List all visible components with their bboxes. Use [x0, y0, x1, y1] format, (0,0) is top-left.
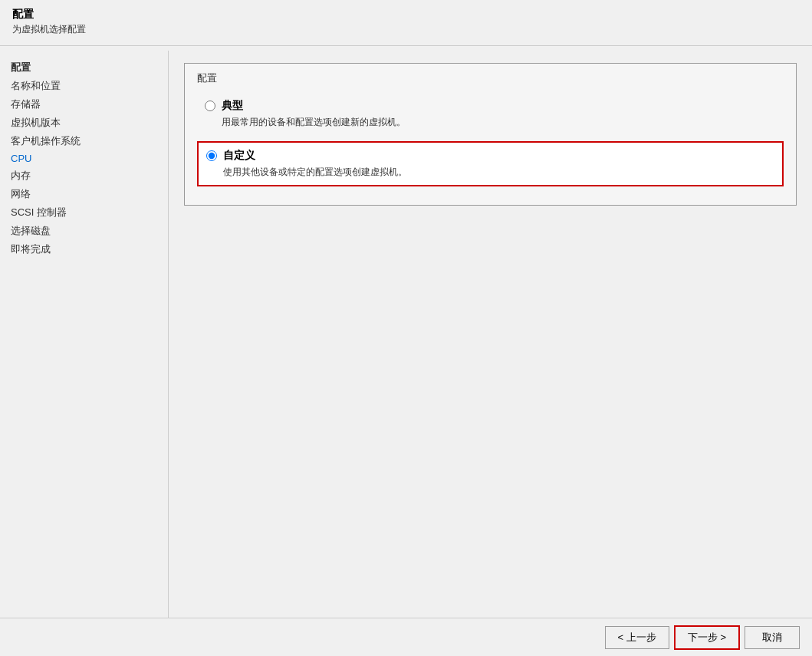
radio-typical[interactable]: [205, 101, 215, 111]
config-group-title: 配置: [197, 71, 784, 85]
main-panel: 配置 典型 用最常用的设备和配置选项创建新的虚拟机。 自定义 使用其他设备或特定…: [169, 51, 812, 618]
sidebar-item-memory[interactable]: 内存: [11, 166, 157, 185]
page-subtitle: 为虚拟机选择配置: [12, 23, 800, 36]
wizard-window: 配置 为虚拟机选择配置 配置 名称和位置 存储器 虚拟机版本 客户机操作系统 C…: [0, 0, 812, 656]
title-bar: 配置 为虚拟机选择配置: [0, 0, 812, 41]
sidebar-item-vm-version[interactable]: 虚拟机版本: [11, 114, 157, 132]
sidebar-item-config[interactable]: 配置: [11, 58, 157, 77]
sidebar-item-cpu[interactable]: CPU: [11, 150, 157, 166]
option-typical-content: 典型 用最常用的设备和配置选项创建新的虚拟机。: [222, 99, 406, 129]
prev-button[interactable]: < 上一步: [605, 626, 669, 649]
sidebar-item-network[interactable]: 网络: [11, 185, 157, 203]
option-typical-desc: 用最常用的设备和配置选项创建新的虚拟机。: [222, 116, 406, 129]
config-group: 配置 典型 用最常用的设备和配置选项创建新的虚拟机。 自定义 使用其他设备或特定…: [184, 63, 797, 206]
sidebar-item-select-disk[interactable]: 选择磁盘: [11, 222, 157, 240]
sidebar-item-name-location[interactable]: 名称和位置: [11, 77, 157, 95]
top-divider: [0, 45, 812, 46]
footer: < 上一步 下一步 > 取消: [0, 618, 812, 656]
option-typical-row[interactable]: 典型 用最常用的设备和配置选项创建新的虚拟机。: [197, 93, 784, 135]
sidebar-item-scsi[interactable]: SCSI 控制器: [11, 203, 157, 222]
option-custom-row[interactable]: 自定义 使用其他设备或特定的配置选项创建虚拟机。: [197, 141, 784, 186]
option-custom-label: 自定义: [223, 149, 407, 163]
radio-custom[interactable]: [206, 150, 217, 161]
sidebar-item-guest-os[interactable]: 客户机操作系统: [11, 132, 157, 150]
sidebar-item-storage[interactable]: 存储器: [11, 95, 157, 114]
page-title: 配置: [12, 8, 800, 21]
option-custom-content: 自定义 使用其他设备或特定的配置选项创建虚拟机。: [223, 149, 407, 179]
content-area: 配置 名称和位置 存储器 虚拟机版本 客户机操作系统 CPU 内存 网络: [0, 51, 812, 618]
option-custom-desc: 使用其他设备或特定的配置选项创建虚拟机。: [223, 166, 407, 179]
sidebar: 配置 名称和位置 存储器 虚拟机版本 客户机操作系统 CPU 内存 网络: [0, 51, 169, 618]
sidebar-item-finish[interactable]: 即将完成: [11, 240, 157, 259]
option-typical-label: 典型: [222, 99, 406, 113]
next-button[interactable]: 下一步 >: [674, 625, 740, 650]
cancel-button[interactable]: 取消: [745, 626, 800, 649]
